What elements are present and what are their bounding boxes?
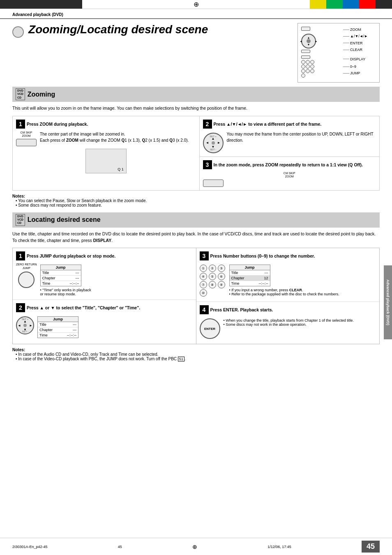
locate-step3: 3 Press Number buttons (0–9) to change t… bbox=[196, 248, 380, 302]
remote-clear-btn bbox=[301, 50, 310, 53]
num-btn-1 bbox=[301, 60, 305, 64]
main-title-row: Zooming/Locating desired scene ▲ bbox=[12, 23, 380, 83]
number-grid: ① ② ③ ④ ⑤ ⑥ ⑦ ⑧ ⑨ ⑩ bbox=[200, 265, 226, 297]
up-down-circle: ▲ ◄ ► ▼ SET + SET - bbox=[16, 316, 34, 334]
zoom-step2-box: 2 Press ▲/▼/◄/► to view a different part… bbox=[200, 116, 380, 157]
zoom-step1-header: 1 Press ZOOM during playback. bbox=[16, 120, 196, 129]
page-content: Zooming/Locating desired scene ▲ bbox=[0, 19, 392, 365]
jt1-row-chapter: Chapter --- bbox=[41, 276, 81, 281]
side-label-text: Advanced playback (DVD) bbox=[386, 279, 390, 325]
jt2-row-chapter: Chapter --- bbox=[38, 327, 78, 333]
set-bot-label: SET - bbox=[210, 148, 216, 151]
locate-step1-note: • "Time" only works in playbackor resume… bbox=[40, 288, 91, 296]
locate-step4-note2: • Some discs may not work in the above o… bbox=[224, 322, 354, 327]
zoom-step2-body-wrap: ▲ ◄ ► ▼ SET + SET - bbox=[203, 131, 376, 153]
num-btn-2: ② bbox=[209, 265, 216, 272]
zooming-notes-title: Notes: bbox=[12, 194, 25, 198]
zoom-btn-label: CM SKIPZOOM bbox=[16, 131, 37, 138]
remote-number-grid bbox=[301, 60, 343, 78]
color-blue bbox=[343, 0, 359, 9]
locate-step1: 1 Press JUMP during playback or stop mod… bbox=[13, 248, 196, 300]
display-label: DISPLAY bbox=[350, 56, 365, 62]
zoom-step3-header: 3 In the zoom mode, press ZOOM repeatedl… bbox=[203, 160, 376, 169]
locate-step1-header: 1 Press JUMP during playback or stop mod… bbox=[16, 251, 193, 260]
num-btn-7: ⑦ bbox=[200, 281, 207, 288]
locating-note-1: In case of the Audio CD and Video-CD, on… bbox=[16, 352, 380, 357]
zooming-steps-grid: 1 Press ZOOM during playback. CM SKIPZOO… bbox=[12, 116, 380, 191]
top-decorative-bar: ⊕ bbox=[0, 0, 392, 9]
page-number: 45 bbox=[367, 542, 375, 550]
zoom-step3-box: 3 In the zoom mode, press ZOOM repeatedl… bbox=[200, 157, 380, 190]
locate-step1-title: Press JUMP during playback or stop mode. bbox=[27, 253, 193, 258]
zoom-step2-3-col: 2 Press ▲/▼/◄/► to view a different part… bbox=[200, 116, 380, 190]
locating-note-2: In case of the Video-CD playback with PB… bbox=[16, 357, 380, 361]
zoom-step2-body: You may move the frame from the center p… bbox=[227, 131, 376, 153]
locate-step2-header: 2 Press ▲ or ▼ to select the "Title", "C… bbox=[16, 303, 193, 312]
title-text-wrap: Zooming/Locating desired scene bbox=[12, 23, 289, 38]
jt3-row-title: Title --- bbox=[230, 270, 270, 276]
jt2-row-title: Title --- bbox=[38, 322, 78, 327]
num-btn-9 bbox=[310, 69, 314, 73]
bottom-crosshair: ⊕ bbox=[192, 543, 197, 550]
num-btn-8 bbox=[306, 69, 310, 73]
zooming-notes: Notes: You can select the Pause, Slow or… bbox=[12, 194, 380, 207]
jt1-row-time: Time --:--:-- bbox=[41, 281, 81, 286]
locating-bottom-notes: Notes: In case of the Audio CD and Video… bbox=[12, 348, 380, 361]
arrows-label: ▲/▼/◄/► bbox=[350, 33, 368, 39]
num-btn-8: ⑧ bbox=[209, 281, 216, 288]
locate-step3-header: 3 Press Number buttons (0–9) to change t… bbox=[200, 251, 376, 260]
jt3-chapter-label: Chapter bbox=[231, 276, 256, 280]
jt3-title-label: Title bbox=[231, 271, 256, 275]
num-btn-5: ⑤ bbox=[209, 273, 216, 280]
zoom-step2-num: 2 bbox=[203, 120, 212, 129]
locate-step4-body: ENTER • When you change the title, playb… bbox=[200, 317, 376, 341]
up-down-set-bot: SET - bbox=[22, 330, 28, 333]
num-btn-7 bbox=[301, 69, 305, 73]
jt2-header: Jump bbox=[38, 317, 78, 322]
locate-step1-body: ZERO RETURNJUMP Jump Title --- Chapter bbox=[16, 263, 193, 296]
zooming-note-2: Some discs may not respond to zoom featu… bbox=[16, 203, 380, 207]
zooming-desc: This unit will allow you to zoom in on t… bbox=[12, 105, 380, 112]
locating-notes-title: Notes: bbox=[12, 348, 25, 352]
crosshair-icon: ⊕ bbox=[194, 0, 199, 8]
color-green bbox=[326, 0, 343, 9]
jt3-title-val: --- bbox=[256, 271, 268, 275]
zoom-step1-body-wrap: CM SKIPZOOM The center part of the image… bbox=[16, 131, 196, 146]
jt2-time-label: Time bbox=[39, 333, 64, 337]
locate-step4-num: 4 bbox=[200, 305, 209, 314]
locate-step2: 2 Press ▲ or ▼ to select the "Title", "C… bbox=[13, 300, 196, 343]
remote-labels: ZOOM ▲/▼/◄/► ENTER CLEAR bbox=[343, 27, 376, 79]
locate-step4: 4 Press ENTER. Playback starts. ENTER • … bbox=[196, 302, 380, 344]
zoom-step3-title: In the zoom mode, press ZOOM repeatedly … bbox=[214, 162, 376, 167]
up-down-set-top: SET + bbox=[22, 318, 29, 320]
enter-label: ENTER bbox=[350, 40, 363, 46]
bottom-bar: 2I30301A-En_p42-45 45 ⊕ 1/12/06, 17:45 4… bbox=[0, 538, 392, 555]
jump-table-2: Jump Title --- Chapter --- Time --:--:-- bbox=[37, 316, 78, 338]
zoom-step3-num: 3 bbox=[203, 160, 212, 169]
jt1-title-val: --- bbox=[67, 271, 79, 275]
locate-step4-header: 4 Press ENTER. Playback starts. bbox=[200, 305, 376, 314]
remote-nav-circle: ▲ ◄ ► ▼ bbox=[301, 34, 316, 48]
zoom-step1-body: The center part of the image will be zoo… bbox=[40, 131, 189, 146]
zero-return-btn bbox=[18, 272, 35, 288]
zooming-notes-list: You can select the Pause, Slow or Search… bbox=[12, 198, 380, 207]
jt1-chapter-val: --- bbox=[67, 276, 79, 280]
num-btn-1: ① bbox=[200, 265, 207, 272]
zoom-step2-title: Press ▲/▼/◄/► to view a different part o… bbox=[214, 122, 376, 127]
jt1-time-val: --:--:-- bbox=[67, 281, 79, 286]
top-bar-colors bbox=[310, 0, 392, 9]
jt3-row-time: Time --:--:-- bbox=[230, 281, 270, 286]
clear-label: CLEAR bbox=[350, 47, 362, 53]
jt3-time-val: --:--:-- bbox=[256, 281, 268, 286]
num-btn-9: ⑨ bbox=[218, 281, 225, 288]
num-btn-6: ⑥ bbox=[218, 273, 225, 280]
zoom-screen-illustration: Q 1 bbox=[85, 149, 127, 173]
locate-step1-table-area: Jump Title --- Chapter --- Time bbox=[40, 263, 91, 296]
page-header-text: Advanced playback (DVD) bbox=[12, 12, 63, 17]
page-header: Advanced playback (DVD) bbox=[0, 9, 392, 19]
locating-desc: Use the title, chapter and time recorded… bbox=[12, 231, 380, 244]
num-grid-area: ① ② ③ ④ ⑤ ⑥ ⑦ ⑧ ⑨ ⑩ bbox=[200, 263, 226, 298]
num-btn-5 bbox=[306, 64, 310, 69]
remote-zoom-btn bbox=[301, 27, 310, 31]
zoom-rect-btn bbox=[16, 139, 37, 146]
